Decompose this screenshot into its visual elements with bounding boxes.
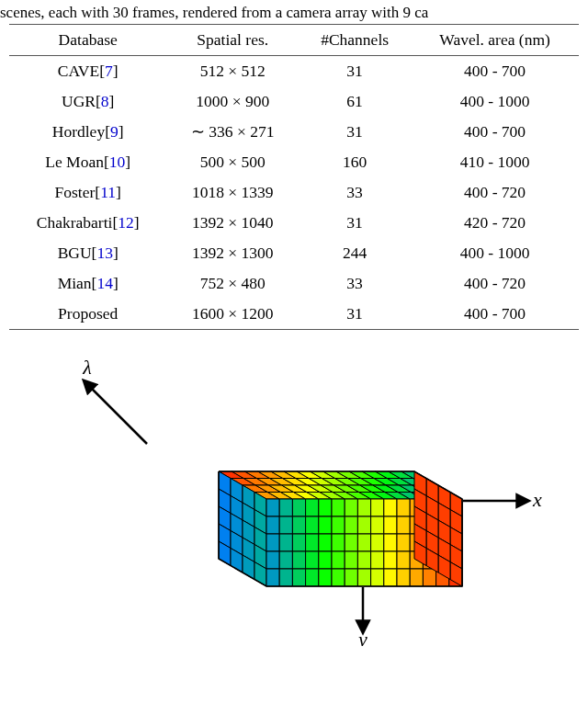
svg-marker-126 <box>279 551 292 569</box>
svg-marker-83 <box>306 499 319 516</box>
svg-marker-104 <box>384 516 397 534</box>
citation-link[interactable]: 8 <box>101 92 109 110</box>
cell-wavelength: 400 - 700 <box>411 299 579 330</box>
svg-marker-118 <box>371 534 384 551</box>
cell-wavelength: 400 - 1000 <box>411 86 579 117</box>
svg-marker-102 <box>357 516 370 534</box>
spectral-cube-figure: λ x y <box>0 343 588 646</box>
table-row: Mian[14]752 × 48033400 - 720 <box>9 268 579 299</box>
col-spatial: Spatial res. <box>166 25 299 56</box>
cell-channels: 31 <box>299 117 411 147</box>
table-body: CAVE[7]512 × 51231400 - 700UGR[8]1000 × … <box>9 56 579 330</box>
cell-wavelength: 400 - 700 <box>411 56 579 87</box>
table-row: UGR[8]1000 × 90061400 - 1000 <box>9 86 579 117</box>
col-channels: #Channels <box>299 25 411 56</box>
svg-marker-113 <box>306 534 319 551</box>
svg-marker-99 <box>319 516 332 534</box>
svg-marker-146 <box>345 569 357 586</box>
lambda-axis-label: λ <box>82 356 92 379</box>
svg-marker-82 <box>292 499 305 516</box>
svg-marker-119 <box>384 534 397 551</box>
cell-channels: 31 <box>299 56 411 87</box>
cube-svg: λ x y <box>37 343 551 646</box>
svg-marker-140 <box>266 569 279 586</box>
cell-wavelength: 400 - 1000 <box>411 238 579 268</box>
svg-marker-86 <box>345 499 357 516</box>
citation-link[interactable]: 13 <box>96 244 113 262</box>
cell-database: Chakrabarti[12] <box>9 208 166 238</box>
svg-marker-110 <box>266 534 279 551</box>
cell-spatial: 1392 × 1040 <box>166 208 299 238</box>
svg-marker-87 <box>357 499 370 516</box>
svg-marker-98 <box>306 516 319 534</box>
svg-marker-147 <box>357 569 370 586</box>
table-header-row: Database Spatial res. #Channels Wavel. a… <box>9 25 579 56</box>
svg-marker-127 <box>292 551 305 569</box>
table-row: CAVE[7]512 × 51231400 - 700 <box>9 56 579 87</box>
svg-marker-90 <box>397 499 410 516</box>
svg-marker-135 <box>397 551 410 569</box>
lambda-axis-arrow <box>87 384 147 444</box>
cell-spatial: 1018 × 1339 <box>166 177 299 208</box>
cell-spatial: 512 × 512 <box>166 56 299 87</box>
cell-channels: 33 <box>299 177 411 208</box>
col-wavelength: Wavel. area (nm) <box>411 25 579 56</box>
cell-channels: 31 <box>299 299 411 330</box>
cell-spatial: 1392 × 1300 <box>166 238 299 268</box>
svg-marker-115 <box>332 534 345 551</box>
svg-marker-96 <box>279 516 292 534</box>
svg-marker-141 <box>279 569 292 586</box>
cell-database: UGR[8] <box>9 86 166 117</box>
citation-link[interactable]: 9 <box>110 122 119 141</box>
cell-database: Foster[11] <box>9 177 166 208</box>
cell-channels: 31 <box>299 208 411 238</box>
svg-marker-101 <box>345 516 357 534</box>
svg-marker-117 <box>357 534 370 551</box>
svg-marker-125 <box>266 551 279 569</box>
svg-marker-131 <box>345 551 357 569</box>
citation-link[interactable]: 12 <box>118 213 134 232</box>
svg-marker-95 <box>266 516 279 534</box>
cell-spatial: 752 × 480 <box>166 268 299 299</box>
svg-marker-144 <box>319 569 332 586</box>
svg-marker-105 <box>397 516 410 534</box>
svg-marker-149 <box>384 569 397 586</box>
svg-marker-111 <box>279 534 292 551</box>
citation-link[interactable]: 7 <box>105 62 113 80</box>
svg-marker-120 <box>397 534 410 551</box>
svg-marker-100 <box>332 516 345 534</box>
svg-marker-112 <box>292 534 305 551</box>
x-axis-label: x <box>532 488 542 511</box>
svg-marker-85 <box>332 499 345 516</box>
cell-wavelength: 400 - 700 <box>411 117 579 147</box>
truncated-body-text: scenes, each with 30 frames, rendered fr… <box>0 0 588 24</box>
col-database: Database <box>9 25 166 56</box>
cell-spatial: ∼ 336 × 271 <box>166 117 299 147</box>
svg-marker-150 <box>397 569 410 586</box>
cell-database: Proposed <box>9 299 166 330</box>
svg-marker-128 <box>306 551 319 569</box>
cell-database: BGU[13] <box>9 238 166 268</box>
cell-channels: 244 <box>299 238 411 268</box>
table-row: Le Moan[10]500 × 500160410 - 1000 <box>9 147 579 177</box>
citation-link[interactable]: 10 <box>109 153 126 171</box>
cell-channels: 160 <box>299 147 411 177</box>
svg-marker-152 <box>423 569 435 586</box>
table-row: Chakrabarti[12]1392 × 104031420 - 720 <box>9 208 579 238</box>
svg-marker-130 <box>332 551 345 569</box>
cell-database: Mian[14] <box>9 268 166 299</box>
table-row: Proposed1600 × 120031400 - 700 <box>9 299 579 330</box>
table-row: BGU[13]1392 × 1300244400 - 1000 <box>9 238 579 268</box>
table-row: Hordley[9]∼ 336 × 27131400 - 700 <box>9 117 579 147</box>
cell-wavelength: 410 - 1000 <box>411 147 579 177</box>
svg-marker-84 <box>319 499 332 516</box>
svg-marker-89 <box>384 499 397 516</box>
cell-channels: 33 <box>299 268 411 299</box>
svg-marker-143 <box>306 569 319 586</box>
svg-marker-114 <box>319 534 332 551</box>
citation-link[interactable]: 14 <box>96 274 113 292</box>
cell-channels: 61 <box>299 86 411 117</box>
cell-wavelength: 400 - 720 <box>411 268 579 299</box>
cell-spatial: 500 × 500 <box>166 147 299 177</box>
citation-link[interactable]: 11 <box>100 183 116 201</box>
